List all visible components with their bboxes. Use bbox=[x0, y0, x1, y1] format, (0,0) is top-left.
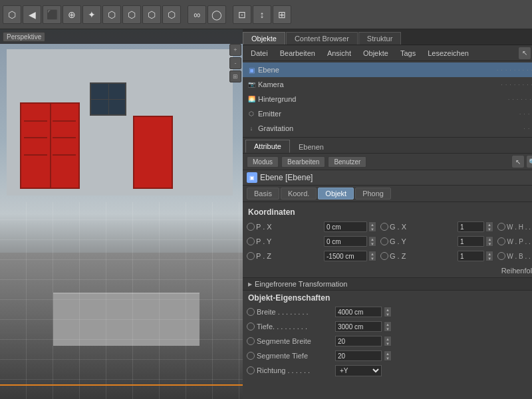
coord-gy-spinner[interactable]: ▲▼ bbox=[485, 236, 493, 247]
prop-seg-tiefe-spinner[interactable]: ▲▼ bbox=[384, 350, 392, 361]
prop-seg-breite-spinner[interactable]: ▲▼ bbox=[384, 336, 392, 346]
coord-py-radio[interactable] bbox=[247, 237, 255, 245]
tab-objekte[interactable]: Objekte bbox=[243, 32, 285, 45]
prop-richtung-row: Richtung . . . . . . +Y +X +Z bbox=[243, 363, 532, 378]
reihenfolge-row: Reihenfolge HPB bbox=[243, 263, 532, 277]
scene-tree: ▣ Ebene · · · · · · · · · · ✓ 📷 Kamera ·… bbox=[243, 61, 532, 138]
window bbox=[90, 82, 126, 116]
prop-richtung-select[interactable]: +Y +X +Z bbox=[335, 365, 382, 376]
prop-seg-tiefe-radio[interactable] bbox=[247, 352, 255, 360]
coord-gx-spinner[interactable]: ▲▼ bbox=[485, 221, 493, 232]
coord-gz-spinner[interactable]: ▲▼ bbox=[485, 251, 493, 261]
prop-seg-tiefe-label: Segmente Tiefe bbox=[257, 352, 333, 360]
tree-item-gravitation[interactable]: ↓ Gravitation · · · · · · · · · ✓ bbox=[243, 121, 532, 136]
coord-wh-radio[interactable] bbox=[497, 223, 505, 231]
tree-item-ebene[interactable]: ▣ Ebene · · · · · · · · · · ✓ bbox=[243, 63, 532, 77]
coord-wp-radio[interactable] bbox=[497, 237, 505, 245]
mode-btn-modus[interactable]: Modus bbox=[247, 156, 279, 168]
prop-tiefe-input[interactable] bbox=[335, 321, 382, 332]
coord-py-input[interactable] bbox=[324, 236, 367, 247]
coord-wb-radio[interactable] bbox=[497, 252, 505, 260]
frozen-header[interactable]: ▶ Eingefrorene Transformation bbox=[243, 277, 532, 291]
menu-datei[interactable]: Datei bbox=[245, 48, 273, 59]
toolbar-icon-4[interactable]: ⊕ bbox=[63, 5, 81, 24]
camera-icon: 📷 bbox=[247, 80, 256, 89]
subtab-koord[interactable]: Koord. bbox=[281, 188, 317, 200]
menu-lesezeichen[interactable]: Lesezeichen bbox=[422, 48, 474, 59]
prop-breite-radio[interactable] bbox=[247, 308, 255, 316]
prop-breite-spinner[interactable]: ▲▼ bbox=[384, 307, 392, 317]
emitter-icon: ⬡ bbox=[247, 109, 256, 118]
prop-tiefe-row: Tiefe. . . . . . . . . ▲▼ bbox=[243, 319, 532, 334]
mode-btn-bearbeiten[interactable]: Bearbeiten bbox=[281, 156, 325, 168]
coord-gz-label: G . Z bbox=[390, 252, 456, 260]
toolbar-icon-3[interactable]: ⬛ bbox=[43, 5, 61, 24]
prop-breite-input[interactable] bbox=[335, 307, 382, 317]
bg-icon: 🌅 bbox=[247, 94, 256, 104]
prop-richtung-radio[interactable] bbox=[247, 366, 255, 374]
subtab-phong[interactable]: Phong bbox=[355, 188, 391, 200]
coord-gy-input[interactable] bbox=[458, 236, 484, 247]
coord-px-input[interactable] bbox=[324, 221, 367, 232]
tree-item-hintergrund[interactable]: 🌅 Hintergrund · · · · · · · · bbox=[243, 92, 532, 106]
coord-pz-spinner[interactable]: ▲▼ bbox=[368, 251, 376, 261]
prop-seg-breite-radio[interactable] bbox=[247, 337, 255, 345]
prop-tiefe-spinner[interactable]: ▲▼ bbox=[384, 321, 392, 332]
toolbar-icon-1[interactable]: ⬡ bbox=[3, 5, 21, 24]
coord-pz-input[interactable] bbox=[324, 251, 367, 261]
tab-content-browser[interactable]: Content Browser bbox=[286, 32, 358, 45]
prop-seg-breite-input[interactable] bbox=[335, 336, 382, 346]
prop-seg-tiefe-input[interactable] bbox=[335, 350, 382, 361]
toolbar-icon-7[interactable]: ⬡ bbox=[122, 5, 141, 24]
coord-row-2: P . Y ▲▼ G . Y ▲▼ W . P . . . . . . ▲▼ bbox=[243, 234, 532, 249]
coord-px-radio[interactable] bbox=[247, 223, 255, 231]
subtab-basis[interactable]: Basis bbox=[247, 188, 279, 200]
mode-btn-benutzer[interactable]: Benutzer bbox=[328, 156, 366, 168]
vp-ctrl-2[interactable]: - bbox=[229, 57, 241, 69]
menu-icon-cursor[interactable]: ↖ bbox=[519, 47, 531, 59]
tab-struktur[interactable]: Struktur bbox=[358, 32, 402, 45]
viewport[interactable]: Perspektive + - ⊞ bbox=[0, 29, 243, 399]
properties-panel: Koordinaten P . X ▲▼ G . X ▲▼ W . H . . … bbox=[243, 202, 532, 399]
toolbar: ⬡ ◀ ⬛ ⊕ ✦ ⬡ ⬡ ⬡ ⬡ ∞ ◯ ⊡ ↕ ⊞ bbox=[0, 0, 532, 29]
mode-bar-search-icon[interactable]: 🔍 bbox=[527, 156, 532, 168]
coord-gz-radio[interactable] bbox=[380, 252, 388, 260]
toolbar-icon-2[interactable]: ◀ bbox=[23, 5, 41, 24]
vp-ctrl-1[interactable]: + bbox=[229, 44, 241, 56]
toolbar-icon-9[interactable]: ⬡ bbox=[162, 5, 181, 24]
subtab-objekt[interactable]: Objekt bbox=[318, 188, 354, 200]
obj-plane-icon: ▣ bbox=[247, 172, 257, 183]
tab-attribute[interactable]: Attribute bbox=[245, 140, 290, 153]
toolbar-icon-11[interactable]: ◯ bbox=[207, 5, 226, 24]
coord-py-spinner[interactable]: ▲▼ bbox=[368, 236, 376, 247]
vp-ctrl-3[interactable]: ⊞ bbox=[229, 70, 241, 82]
coord-gx-radio[interactable] bbox=[380, 223, 388, 231]
coord-gy-radio[interactable] bbox=[380, 237, 388, 245]
menu-tags[interactable]: Tags bbox=[395, 48, 421, 59]
toolbar-icon-12[interactable]: ⊡ bbox=[233, 5, 251, 24]
koordinaten-header: Koordinaten bbox=[243, 205, 532, 219]
tree-label-kamera: Kamera bbox=[258, 80, 499, 88]
tree-item-kamera[interactable]: 📷 Kamera · · · · · · · · · ✓ bbox=[243, 77, 532, 92]
toolbar-icon-13[interactable]: ↕ bbox=[253, 5, 271, 24]
coord-px-spinner[interactable]: ▲▼ bbox=[368, 221, 376, 232]
coord-row-3: P . Z ▲▼ G . Z ▲▼ W . B . . . . . . ▲▼ bbox=[243, 249, 532, 263]
coord-pz-label: P . Z bbox=[256, 252, 323, 260]
frozen-arrow-icon: ▶ bbox=[248, 281, 252, 287]
toolbar-icon-6[interactable]: ⬡ bbox=[102, 5, 121, 24]
tab-ebenen[interactable]: Ebenen bbox=[290, 140, 332, 153]
menu-ansicht[interactable]: Ansicht bbox=[322, 48, 356, 59]
toolbar-icon-8[interactable]: ⬡ bbox=[142, 5, 161, 24]
viewport-perspective-btn[interactable]: Perspektive bbox=[3, 32, 45, 42]
coord-pz-radio[interactable] bbox=[247, 252, 255, 260]
toolbar-icon-5[interactable]: ✦ bbox=[82, 5, 101, 24]
coord-gx-input[interactable] bbox=[458, 221, 484, 232]
menu-bearbeiten[interactable]: Bearbeiten bbox=[275, 48, 321, 59]
tree-item-emitter[interactable]: ⬡ Emitter · · · · · · · · · · ✓ bbox=[243, 106, 532, 121]
toolbar-icon-14[interactable]: ⊞ bbox=[273, 5, 291, 24]
mode-bar-cursor-icon[interactable]: ↖ bbox=[512, 156, 524, 168]
coord-gz-input[interactable] bbox=[458, 251, 484, 261]
menu-objekte[interactable]: Objekte bbox=[358, 48, 394, 59]
prop-tiefe-radio[interactable] bbox=[247, 323, 255, 331]
toolbar-icon-10[interactable]: ∞ bbox=[188, 5, 206, 24]
